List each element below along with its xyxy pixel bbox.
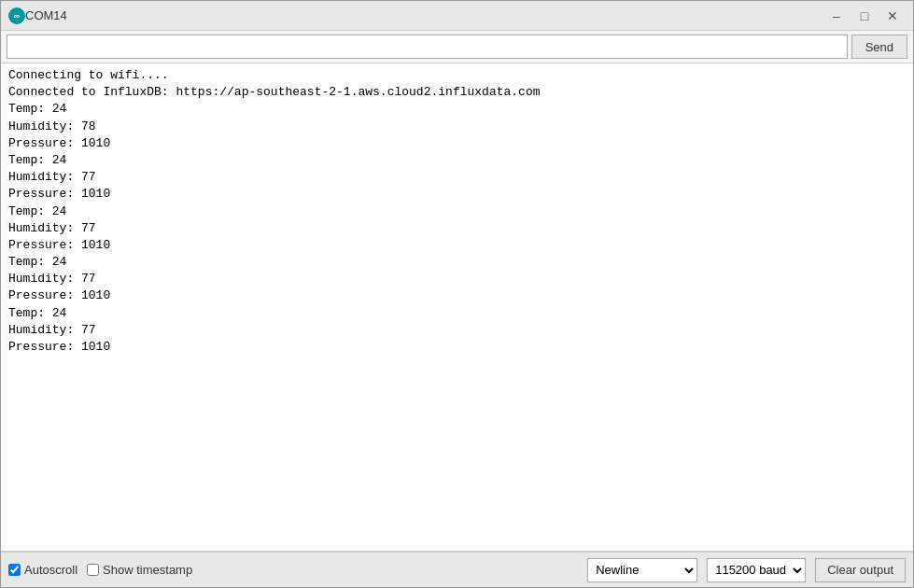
status-bar: Autoscroll Show timestamp No line ending…: [1, 552, 913, 587]
output-line: Temp: 24: [8, 203, 906, 220]
newline-select[interactable]: No line endingNewlineCarriage returnBoth…: [587, 558, 697, 582]
output-line: Pressure: 1010: [8, 287, 906, 304]
output-line: Humidity: 77: [8, 322, 906, 339]
output-line: Temp: 24: [8, 152, 906, 169]
timestamp-text: Show timestamp: [103, 563, 192, 577]
output-line: Humidity: 78: [8, 119, 906, 135]
output-line: Pressure: 1010: [8, 186, 906, 203]
window-title: COM14: [25, 8, 823, 22]
minimize-button[interactable]: –: [823, 5, 850, 27]
autoscroll-label[interactable]: Autoscroll: [8, 563, 77, 577]
output-line: Pressure: 1010: [8, 339, 906, 356]
timestamp-label[interactable]: Show timestamp: [87, 563, 192, 577]
output-line: Humidity: 77: [8, 220, 906, 237]
autoscroll-text: Autoscroll: [24, 563, 77, 577]
output-line: Connecting to wifi....: [8, 67, 906, 84]
autoscroll-checkbox[interactable]: [8, 564, 21, 576]
input-bar: Send: [1, 31, 913, 63]
window-controls: – □ ✕: [823, 5, 906, 27]
output-line: Humidity: 77: [8, 271, 906, 287]
output-line: Connected to InfluxDB: https://ap-southe…: [8, 84, 906, 101]
baud-select[interactable]: 300 baud1200 baud2400 baud4800 baud9600 …: [707, 558, 806, 582]
timestamp-checkbox[interactable]: [87, 564, 99, 576]
app-icon: ∞: [8, 7, 25, 24]
close-button[interactable]: ✕: [879, 5, 906, 27]
send-button[interactable]: Send: [851, 35, 907, 59]
output-line: Pressure: 1010: [8, 237, 906, 254]
output-line: Temp: 24: [8, 101, 906, 118]
output-line: Humidity: 77: [8, 169, 906, 186]
output-line: Pressure: 1010: [8, 135, 906, 152]
serial-input[interactable]: [7, 35, 848, 59]
output-line: Temp: 24: [8, 254, 906, 271]
output-area[interactable]: Connecting to wifi....Connected to Influ…: [1, 63, 913, 552]
clear-output-button[interactable]: Clear output: [815, 558, 906, 582]
output-line: Temp: 24: [8, 305, 906, 322]
serial-monitor-window: ∞ COM14 – □ ✕ Send Connecting to wifi...…: [0, 0, 914, 588]
title-bar: ∞ COM14 – □ ✕: [1, 1, 913, 31]
maximize-button[interactable]: □: [851, 5, 878, 27]
